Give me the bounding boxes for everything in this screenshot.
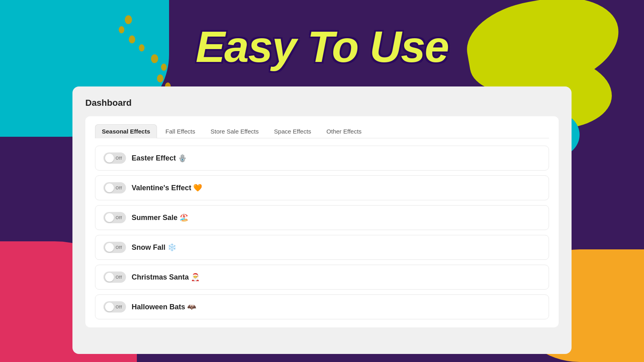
tab-seasonal-effects[interactable]: Seasonal Effects (95, 124, 157, 138)
toggle-label-halloween-bats: Off (116, 304, 122, 309)
effect-name-summer-sale: Summer Sale 🏖️ (132, 213, 188, 222)
effect-name-snow-fall: Snow Fall ❄️ (132, 243, 176, 252)
effect-list: Off Easter Effect 🪬 Off Valentine's Effe… (95, 146, 549, 319)
effect-row-easter: Off Easter Effect 🪬 (95, 146, 549, 171)
toggle-label-valentines: Off (116, 185, 122, 190)
effect-row-valentines: Off Valentine's Effect 🧡 (95, 175, 549, 200)
toggle-label-snow-fall: Off (116, 245, 122, 250)
effect-row-halloween-bats: Off Halloween Bats 🦇 (95, 294, 549, 319)
toggle-christmas-santa[interactable]: Off (103, 272, 126, 283)
header-area: Easy To Use (0, 0, 644, 93)
tab-space-effects[interactable]: Space Effects (267, 124, 318, 138)
tab-store-sale-effects[interactable]: Store Sale Effects (204, 124, 266, 138)
tab-fall-effects[interactable]: Fall Effects (159, 124, 202, 138)
effect-row-christmas-santa: Off Christmas Santa 🎅 (95, 265, 549, 290)
toggle-knob-summer-sale (105, 213, 114, 222)
toggle-knob-halloween-bats (105, 302, 114, 311)
content-card: Seasonal Effects Fall Effects Store Sale… (85, 116, 559, 327)
dashboard-title: Dashboard (85, 98, 559, 108)
effect-name-halloween-bats: Halloween Bats 🦇 (132, 302, 196, 311)
effect-row-summer-sale: Off Summer Sale 🏖️ (95, 205, 549, 230)
effect-row-snow-fall: Off Snow Fall ❄️ (95, 235, 549, 260)
tabs-bar: Seasonal Effects Fall Effects Store Sale… (95, 124, 549, 138)
effect-name-christmas-santa: Christmas Santa 🎅 (132, 273, 200, 282)
toggle-knob-valentines (105, 183, 114, 192)
toggle-label-easter: Off (116, 156, 122, 160)
toggle-snow-fall[interactable]: Off (103, 242, 126, 253)
toggle-valentines[interactable]: Off (103, 182, 126, 193)
main-title: Easy To Use (196, 21, 448, 72)
toggle-knob-christmas-santa (105, 273, 114, 282)
effect-name-valentines: Valentine's Effect 🧡 (132, 183, 202, 192)
toggle-knob-easter (105, 154, 114, 162)
dashboard-panel: Dashboard Seasonal Effects Fall Effects … (72, 86, 572, 354)
toggle-label-christmas-santa: Off (116, 275, 122, 280)
toggle-summer-sale[interactable]: Off (103, 212, 126, 223)
effect-name-easter: Easter Effect 🪬 (132, 154, 187, 162)
tab-other-effects[interactable]: Other Effects (320, 124, 368, 138)
toggle-knob-snow-fall (105, 243, 114, 252)
toggle-easter[interactable]: Off (103, 152, 126, 164)
toggle-halloween-bats[interactable]: Off (103, 301, 126, 313)
toggle-label-summer-sale: Off (116, 215, 122, 220)
